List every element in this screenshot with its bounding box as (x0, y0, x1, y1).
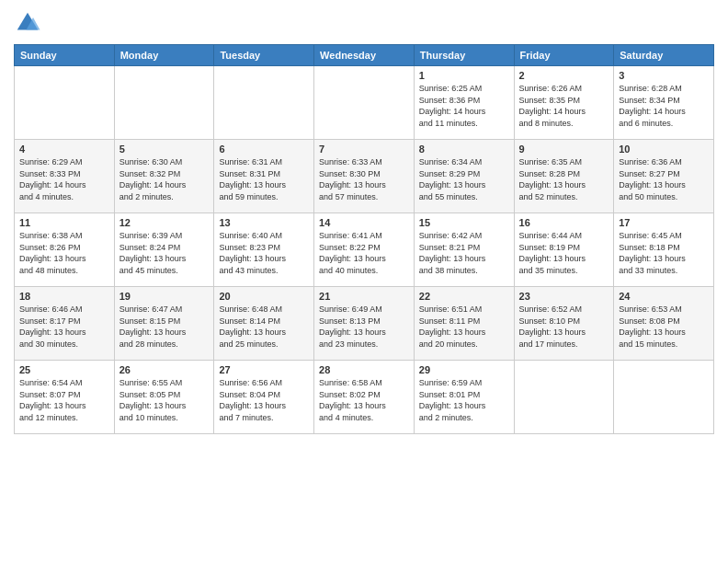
calendar-week-3: 11Sunrise: 6:38 AM Sunset: 8:26 PM Dayli… (15, 213, 714, 287)
day-info: Sunrise: 6:53 AM Sunset: 8:08 PM Dayligh… (619, 304, 709, 350)
day-info: Sunrise: 6:49 AM Sunset: 8:13 PM Dayligh… (319, 304, 409, 350)
day-info: Sunrise: 6:33 AM Sunset: 8:30 PM Dayligh… (319, 156, 409, 202)
day-number: 10 (619, 144, 709, 155)
calendar-cell: 18Sunrise: 6:46 AM Sunset: 8:17 PM Dayli… (15, 287, 115, 361)
weekday-header-thursday: Thursday (414, 45, 514, 66)
calendar-cell: 27Sunrise: 6:56 AM Sunset: 8:04 PM Dayli… (214, 361, 314, 434)
day-info: Sunrise: 6:30 AM Sunset: 8:32 PM Dayligh… (119, 156, 210, 202)
day-info: Sunrise: 6:55 AM Sunset: 8:05 PM Dayligh… (119, 377, 210, 423)
day-number: 23 (519, 291, 609, 302)
calendar-cell: 14Sunrise: 6:41 AM Sunset: 8:22 PM Dayli… (314, 213, 415, 287)
day-info: Sunrise: 6:52 AM Sunset: 8:10 PM Dayligh… (519, 304, 609, 350)
calendar-cell: 12Sunrise: 6:39 AM Sunset: 8:24 PM Dayli… (114, 213, 214, 287)
calendar-cell: 10Sunrise: 6:36 AM Sunset: 8:27 PM Dayli… (614, 140, 714, 213)
calendar-week-2: 4Sunrise: 6:29 AM Sunset: 8:33 PM Daylig… (15, 140, 714, 213)
logo-icon (14, 9, 41, 37)
calendar-cell: 2Sunrise: 6:26 AM Sunset: 8:35 PM Daylig… (514, 66, 614, 140)
day-number: 19 (119, 291, 210, 302)
day-number: 6 (219, 144, 309, 155)
calendar-cell: 19Sunrise: 6:47 AM Sunset: 8:15 PM Dayli… (114, 287, 214, 361)
day-info: Sunrise: 6:42 AM Sunset: 8:21 PM Dayligh… (419, 230, 509, 276)
weekday-header-friday: Friday (514, 45, 614, 66)
calendar-cell: 22Sunrise: 6:51 AM Sunset: 8:11 PM Dayli… (414, 287, 514, 361)
day-info: Sunrise: 6:45 AM Sunset: 8:18 PM Dayligh… (619, 230, 709, 276)
calendar-cell: 6Sunrise: 6:31 AM Sunset: 8:31 PM Daylig… (214, 140, 314, 213)
day-info: Sunrise: 6:29 AM Sunset: 8:33 PM Dayligh… (19, 156, 109, 202)
day-number: 4 (19, 144, 109, 155)
day-info: Sunrise: 6:34 AM Sunset: 8:29 PM Dayligh… (419, 156, 509, 202)
day-info: Sunrise: 6:40 AM Sunset: 8:23 PM Dayligh… (219, 230, 309, 276)
day-number: 25 (19, 364, 109, 375)
weekday-header-saturday: Saturday (614, 45, 714, 66)
day-info: Sunrise: 6:28 AM Sunset: 8:34 PM Dayligh… (619, 83, 709, 129)
day-number: 21 (319, 291, 409, 302)
day-info: Sunrise: 6:54 AM Sunset: 8:07 PM Dayligh… (19, 377, 109, 423)
day-number: 7 (319, 144, 409, 155)
calendar-cell: 21Sunrise: 6:49 AM Sunset: 8:13 PM Dayli… (314, 287, 415, 361)
day-number: 8 (419, 144, 509, 155)
calendar-cell (614, 361, 714, 434)
day-info: Sunrise: 6:47 AM Sunset: 8:15 PM Dayligh… (119, 304, 210, 350)
day-info: Sunrise: 6:36 AM Sunset: 8:27 PM Dayligh… (619, 156, 709, 202)
day-info: Sunrise: 6:25 AM Sunset: 8:36 PM Dayligh… (419, 83, 509, 129)
day-info: Sunrise: 6:31 AM Sunset: 8:31 PM Dayligh… (219, 156, 309, 202)
day-number: 11 (19, 217, 109, 228)
day-info: Sunrise: 6:48 AM Sunset: 8:14 PM Dayligh… (219, 304, 309, 350)
day-info: Sunrise: 6:59 AM Sunset: 8:01 PM Dayligh… (419, 377, 509, 423)
calendar-cell (514, 361, 614, 434)
calendar-cell: 1Sunrise: 6:25 AM Sunset: 8:36 PM Daylig… (414, 66, 514, 140)
calendar-cell: 15Sunrise: 6:42 AM Sunset: 8:21 PM Dayli… (414, 213, 514, 287)
calendar-cell: 23Sunrise: 6:52 AM Sunset: 8:10 PM Dayli… (514, 287, 614, 361)
day-info: Sunrise: 6:39 AM Sunset: 8:24 PM Dayligh… (119, 230, 210, 276)
day-info: Sunrise: 6:38 AM Sunset: 8:26 PM Dayligh… (19, 230, 109, 276)
calendar-cell: 8Sunrise: 6:34 AM Sunset: 8:29 PM Daylig… (414, 140, 514, 213)
day-info: Sunrise: 6:26 AM Sunset: 8:35 PM Dayligh… (519, 83, 609, 129)
day-number: 2 (519, 70, 609, 81)
calendar-cell (214, 66, 314, 140)
weekday-header-sunday: Sunday (15, 45, 115, 66)
day-number: 28 (319, 364, 409, 375)
calendar-cell: 13Sunrise: 6:40 AM Sunset: 8:23 PM Dayli… (214, 213, 314, 287)
weekday-header-monday: Monday (114, 45, 214, 66)
calendar-cell: 26Sunrise: 6:55 AM Sunset: 8:05 PM Dayli… (114, 361, 214, 434)
day-number: 13 (219, 217, 309, 228)
day-number: 5 (119, 144, 210, 155)
calendar-cell (314, 66, 415, 140)
main-container: SundayMondayTuesdayWednesdayThursdayFrid… (0, 0, 728, 563)
day-number: 3 (619, 70, 709, 81)
day-number: 12 (119, 217, 210, 228)
calendar-cell: 17Sunrise: 6:45 AM Sunset: 8:18 PM Dayli… (614, 213, 714, 287)
day-number: 1 (419, 70, 509, 81)
calendar-cell: 3Sunrise: 6:28 AM Sunset: 8:34 PM Daylig… (614, 66, 714, 140)
calendar-week-1: 1Sunrise: 6:25 AM Sunset: 8:36 PM Daylig… (15, 66, 714, 140)
calendar-cell: 16Sunrise: 6:44 AM Sunset: 8:19 PM Dayli… (514, 213, 614, 287)
day-number: 20 (219, 291, 309, 302)
day-info: Sunrise: 6:51 AM Sunset: 8:11 PM Dayligh… (419, 304, 509, 350)
day-number: 14 (319, 217, 409, 228)
calendar-week-5: 25Sunrise: 6:54 AM Sunset: 8:07 PM Dayli… (15, 361, 714, 434)
calendar-cell: 29Sunrise: 6:59 AM Sunset: 8:01 PM Dayli… (414, 361, 514, 434)
day-number: 9 (519, 144, 609, 155)
day-number: 26 (119, 364, 210, 375)
calendar-cell (15, 66, 115, 140)
day-number: 27 (219, 364, 309, 375)
calendar-cell: 11Sunrise: 6:38 AM Sunset: 8:26 PM Dayli… (15, 213, 115, 287)
day-info: Sunrise: 6:44 AM Sunset: 8:19 PM Dayligh… (519, 230, 609, 276)
day-number: 16 (519, 217, 609, 228)
day-number: 29 (419, 364, 509, 375)
day-number: 24 (619, 291, 709, 302)
calendar-cell: 20Sunrise: 6:48 AM Sunset: 8:14 PM Dayli… (214, 287, 314, 361)
calendar-header: SundayMondayTuesdayWednesdayThursdayFrid… (15, 45, 714, 66)
logo (14, 9, 45, 37)
day-number: 17 (619, 217, 709, 228)
calendar-cell: 7Sunrise: 6:33 AM Sunset: 8:30 PM Daylig… (314, 140, 415, 213)
day-info: Sunrise: 6:56 AM Sunset: 8:04 PM Dayligh… (219, 377, 309, 423)
calendar-cell: 28Sunrise: 6:58 AM Sunset: 8:02 PM Dayli… (314, 361, 415, 434)
header-section (14, 9, 714, 37)
calendar-cell: 4Sunrise: 6:29 AM Sunset: 8:33 PM Daylig… (15, 140, 115, 213)
calendar-week-4: 18Sunrise: 6:46 AM Sunset: 8:17 PM Dayli… (15, 287, 714, 361)
day-info: Sunrise: 6:41 AM Sunset: 8:22 PM Dayligh… (319, 230, 409, 276)
day-number: 15 (419, 217, 509, 228)
day-info: Sunrise: 6:35 AM Sunset: 8:28 PM Dayligh… (519, 156, 609, 202)
calendar-cell: 5Sunrise: 6:30 AM Sunset: 8:32 PM Daylig… (114, 140, 214, 213)
